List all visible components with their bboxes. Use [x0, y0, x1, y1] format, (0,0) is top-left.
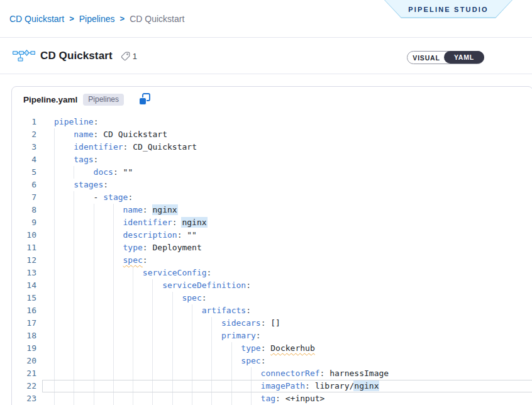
code-line[interactable]: 20spec: — [12, 355, 532, 367]
code-line[interactable]: 2name: CD Quickstart — [12, 128, 532, 141]
indent-guide — [54, 304, 74, 317]
toggle-yaml-button[interactable]: YAML — [444, 51, 484, 64]
yaml-editor-card: Pipeline.yaml Pipelines 1pipeline:2name:… — [11, 86, 532, 405]
indent-guide — [152, 367, 172, 380]
indent-guide — [74, 292, 93, 304]
indent-guide — [94, 229, 113, 241]
indent-guide — [113, 380, 133, 392]
indent-guide — [192, 330, 211, 342]
indent-guide — [113, 254, 123, 267]
indent-guide — [113, 279, 133, 292]
indent-guide — [152, 317, 172, 330]
code-token: "" — [118, 167, 133, 177]
line-number: 20 — [12, 355, 36, 367]
indent-guide — [211, 380, 231, 392]
indent-guide — [113, 204, 123, 216]
code-token: tag — [261, 394, 275, 403]
entity-type-badge: Pipelines — [83, 94, 124, 106]
code-line[interactable]: 4tags: — [12, 153, 532, 166]
indent-guide — [94, 330, 113, 342]
line-number: 11 — [12, 241, 36, 254]
indent-guide — [152, 292, 172, 304]
indent-guide — [74, 229, 93, 241]
line-number: 23 — [12, 392, 36, 405]
code-line[interactable]: 9identifier: nginx — [12, 216, 532, 229]
indent-guide — [192, 355, 211, 367]
indent-guide — [172, 380, 192, 392]
line-number: 22 — [12, 380, 36, 392]
indent-guide — [172, 292, 182, 304]
code-token: nginx — [182, 218, 206, 227]
code-line[interactable]: 18primary: — [12, 330, 532, 342]
code-token: type — [241, 343, 260, 353]
pipeline-studio-label: PIPELINE STUDIO — [408, 4, 489, 13]
indent-guide — [54, 292, 74, 304]
line-number: 12 — [12, 254, 36, 267]
code-token: connectorRef — [261, 369, 320, 378]
code-line[interactable]: 19type: Dockerhub — [12, 342, 532, 355]
indent-guide — [133, 392, 152, 405]
indent-guide — [113, 216, 123, 229]
indent-guide — [54, 317, 74, 330]
breadcrumb-item[interactable]: CD Quickstart — [9, 14, 64, 24]
breadcrumb-separator: > — [120, 14, 125, 23]
indent-guide — [152, 279, 162, 292]
code-line[interactable]: 22imagePath: library/nginx — [12, 380, 532, 392]
indent-guide — [74, 367, 93, 380]
yaml-code-area[interactable]: 1pipeline:2name: CD Quickstart3identifie… — [12, 116, 532, 405]
indent-guide — [54, 392, 74, 405]
code-line[interactable]: 5docs: "" — [12, 166, 532, 179]
indent-guide — [74, 355, 93, 367]
indent-guide — [74, 267, 93, 279]
code-line[interactable]: 21connectorRef: harnessImage — [12, 367, 532, 380]
indent-guide — [54, 191, 74, 204]
code-token: "" — [182, 230, 196, 240]
code-line[interactable]: 8name: nginx — [12, 204, 532, 216]
indent-guide — [152, 380, 172, 392]
indent-guide — [74, 342, 93, 355]
code-line[interactable]: 16artifacts: — [12, 304, 532, 317]
visual-yaml-toggle[interactable]: VISUAL YAML — [407, 51, 484, 64]
line-number: 7 — [12, 191, 36, 204]
toggle-visual-button[interactable]: VISUAL — [407, 52, 445, 64]
code-line[interactable]: 14serviceDefinition: — [12, 279, 532, 292]
code-line[interactable]: 3identifier: CD_Quickstart — [12, 141, 532, 153]
indent-guide — [152, 330, 172, 342]
line-number: 6 — [12, 179, 36, 191]
indent-guide — [74, 204, 93, 216]
indent-guide — [113, 229, 123, 241]
code-token: : — [113, 167, 118, 177]
breadcrumb-item[interactable]: Pipelines — [79, 14, 115, 24]
code-line[interactable]: 17sidecars: [] — [12, 317, 532, 330]
code-line[interactable]: 6stages: — [12, 179, 532, 191]
indent-guide — [74, 380, 93, 392]
line-number: 9 — [12, 216, 36, 229]
indent-guide — [74, 392, 93, 405]
code-line[interactable]: 7- stage: — [12, 191, 532, 204]
indent-guide — [133, 292, 152, 304]
code-line[interactable]: 23tag: <+input> — [12, 392, 532, 405]
code-line[interactable]: 10description: "" — [12, 229, 532, 241]
indent-guide — [74, 166, 93, 179]
code-token: stages — [74, 180, 103, 189]
line-number: 19 — [12, 342, 36, 355]
code-token: : — [246, 280, 251, 290]
indent-guide — [133, 279, 152, 292]
file-name: Pipeline.yaml — [23, 95, 77, 104]
indent-guide — [74, 317, 93, 330]
indent-guide — [94, 317, 113, 330]
indent-guide — [113, 241, 123, 254]
code-line[interactable]: 15spec: — [12, 292, 532, 304]
indent-guide — [211, 367, 231, 380]
code-line[interactable]: 13serviceConfig: — [12, 267, 532, 279]
indent-guide — [54, 179, 74, 191]
code-token: : — [261, 356, 266, 365]
code-line[interactable]: 1pipeline: — [12, 116, 532, 128]
code-line[interactable]: 12spec: — [12, 254, 532, 267]
indent-guide — [54, 367, 74, 380]
code-line[interactable]: 11type: Deployment — [12, 241, 532, 254]
indent-guide — [231, 380, 251, 392]
copy-icon[interactable] — [138, 92, 152, 106]
line-number: 13 — [12, 267, 36, 279]
line-number: 21 — [12, 367, 36, 380]
